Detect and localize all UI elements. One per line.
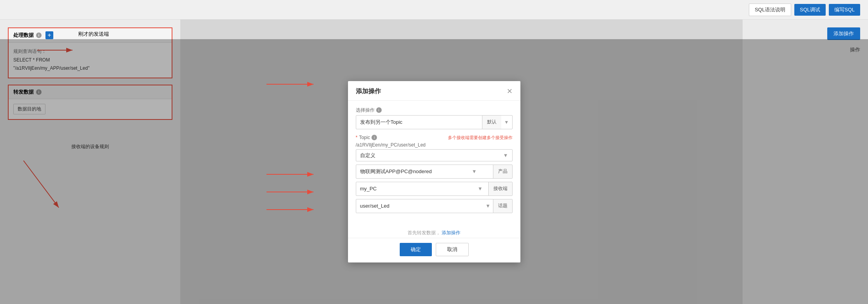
topic-group: * Topic i 多个接收端需要创建多个接受操作 /a1RVIljEen/my… (356, 135, 513, 213)
topic-info-icon[interactable]: i (371, 135, 377, 140)
topic-select-row: user/set_Led 话题 ▼ (356, 199, 513, 213)
product-select-row: 物联网测试APP@PC@nodered 产品 ▼ (356, 165, 513, 179)
process-data-info-icon[interactable]: i (36, 33, 42, 38)
select-action-row: 发布到另一个Topic 默认 ▼ (356, 115, 513, 129)
sql-test-button[interactable]: SQL调试 (794, 4, 826, 16)
confirm-button[interactable]: 确定 (400, 243, 432, 256)
receiver-badge: 接收端 (488, 182, 512, 195)
custom-select-field[interactable]: 自定义 (356, 150, 512, 161)
add-action-button[interactable]: 添加操作 (827, 27, 860, 40)
topic-label-text: Topic (359, 135, 370, 140)
sql-doc-button[interactable]: SQL语法说明 (749, 4, 791, 16)
select-action-field[interactable]: 发布到另一个Topic (356, 116, 482, 128)
topic-badge: 话题 (493, 199, 512, 213)
modal-footer: 确定 取消 (348, 238, 520, 262)
modal-bottom-hint: 首先转发数据， 添加操作 (348, 226, 520, 238)
top-bar: SQL语法说明 SQL调试 编写SQL (0, 0, 868, 20)
bottom-hint-link[interactable]: 添加操作 (442, 230, 460, 235)
receiver-select-field[interactable]: my_PC (356, 183, 488, 194)
modal-close-button[interactable]: ✕ (507, 88, 513, 95)
process-data-add-button[interactable]: + (45, 31, 53, 39)
add-action-modal: 添加操作 ✕ 选择操作 i 发布到另一个Topic 默认 ▼ (348, 81, 520, 262)
arrow-hint-text: 刚才的发送端 (78, 31, 109, 38)
modal-body: 选择操作 i 发布到另一个Topic 默认 ▼ * To (348, 101, 520, 226)
modal-overlay: 添加操作 ✕ 选择操作 i 发布到另一个Topic 默认 ▼ (0, 39, 868, 304)
sql-write-button[interactable]: 编写SQL (829, 4, 860, 16)
arrow-hint-process: 刚才的发送端 (78, 31, 109, 38)
select-action-label: 选择操作 i (356, 107, 513, 114)
product-badge: 产品 (493, 165, 512, 178)
select-action-group: 选择操作 i 发布到另一个Topic 默认 ▼ (356, 107, 513, 129)
cancel-button[interactable]: 取消 (436, 243, 469, 256)
topic-hint-text: 多个接收端需要创建多个接受操作 (448, 135, 513, 141)
process-data-title: 处理数据 (13, 32, 34, 39)
modal-header: 添加操作 ✕ (348, 81, 520, 101)
product-select-field[interactable]: 物联网测试APP@PC@nodered (356, 166, 493, 177)
receiver-select-row: my_PC 接收端 ▼ (356, 182, 513, 196)
main-area: 处理数据 i + 规则查询语句： SELECT * FROM "/a1RVIlj… (0, 20, 868, 304)
modal-title: 添加操作 (356, 87, 381, 96)
select-action-chevron: ▼ (501, 119, 512, 125)
select-action-badge: 默认 (482, 116, 501, 129)
select-action-info-icon[interactable]: i (376, 107, 382, 113)
topic-select-field[interactable]: user/set_Led (356, 200, 493, 212)
custom-select-row: 自定义 ▼ (356, 149, 513, 161)
bottom-hint-text1: 首先转发数据， (408, 230, 440, 235)
topic-path: /a1RVIljEen/my_PC/user/set_Led (356, 142, 513, 148)
topic-label-row: * Topic i 多个接收端需要创建多个接受操作 (356, 135, 513, 141)
